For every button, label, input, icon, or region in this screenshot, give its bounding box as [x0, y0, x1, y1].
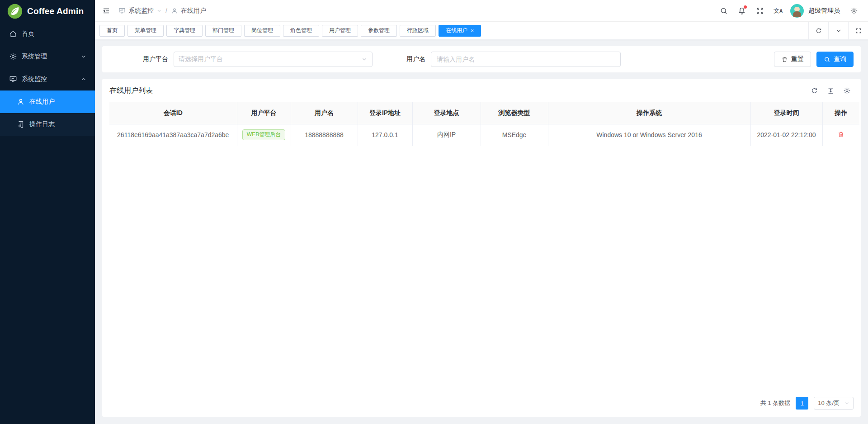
app-root: Coffee Admin 首页 系统管理 — [0, 0, 868, 424]
tab-dept-management[interactable]: 部门管理 — [205, 25, 241, 37]
brand[interactable]: Coffee Admin — [0, 0, 95, 23]
sidebar-item-label: 系统监控 — [22, 75, 47, 83]
breadcrumb-separator: / — [165, 7, 167, 14]
platform-select[interactable]: 请选择用户平台 — [174, 52, 373, 67]
username-input[interactable] — [431, 52, 621, 67]
cell-session-id: 26118e6169aa41a387aa3ca7a7d2a6be — [109, 124, 237, 146]
sidebar: Coffee Admin 首页 系统管理 — [0, 0, 95, 424]
column-header-platform: 用户平台 — [237, 102, 291, 124]
cell-os: Windows 10 or Windows Server 2016 — [548, 124, 750, 146]
breadcrumb-label: 在线用户 — [181, 7, 206, 15]
log-icon — [17, 120, 25, 129]
tab-home[interactable]: 首页 — [99, 25, 125, 37]
breadcrumb-label: 系统监控 — [128, 7, 154, 15]
settings-gear-icon[interactable] — [845, 2, 863, 19]
chevron-down-icon — [80, 53, 87, 60]
maximize-icon[interactable] — [848, 22, 868, 39]
page-size-select[interactable]: 10 条/页 — [814, 397, 854, 410]
platform-select-placeholder: 请选择用户平台 — [179, 55, 361, 63]
notification-badge — [744, 5, 747, 9]
search-icon[interactable] — [715, 2, 732, 19]
chevron-down-icon — [844, 400, 849, 406]
table-row: 26118e6169aa41a387aa3ca7a7d2a6be WEB管理后台… — [109, 124, 859, 146]
top-navbar: 系统监控 / 在线用户 — [95, 0, 868, 22]
filter-actions: 重置 查询 — [774, 52, 854, 67]
gear-icon — [9, 52, 17, 61]
cell-browser: MSEdge — [481, 124, 548, 146]
tab-user-management[interactable]: 用户管理 — [322, 25, 358, 37]
monitor-icon — [118, 7, 126, 14]
sidebar-submenu-monitor: 在线用户 操作日志 — [0, 91, 95, 136]
home-icon — [9, 30, 17, 38]
platform-label: 用户平台 — [143, 55, 168, 63]
column-header-session-id: 会话ID — [109, 102, 237, 124]
brand-name: Coffee Admin — [27, 6, 84, 16]
navbar-right: 文A 超级管理员 — [715, 2, 863, 19]
filter-username: 用户名 — [406, 52, 621, 67]
tab-close-icon[interactable]: × — [471, 28, 474, 33]
breadcrumb: 系统监控 / 在线用户 — [118, 7, 206, 15]
pagination-page-1[interactable]: 1 — [796, 397, 808, 410]
tab-admin-region[interactable]: 行政区域 — [400, 25, 436, 37]
column-header-browser: 浏览器类型 — [481, 102, 548, 124]
chevron-down-icon — [156, 8, 162, 14]
user-icon — [17, 98, 25, 106]
sidebar-item-label: 在线用户 — [29, 98, 55, 106]
filter-platform: 用户平台 请选择用户平台 — [143, 52, 373, 67]
column-settings-gear-icon[interactable] — [840, 84, 854, 97]
column-header-actions: 操作 — [822, 102, 859, 124]
tab-post-management[interactable]: 岗位管理 — [244, 25, 280, 37]
row-height-icon[interactable] — [824, 84, 837, 97]
card-header: 在线用户列表 — [109, 79, 854, 102]
table-header-row: 会话ID 用户平台 用户名 登录IP地址 登录地点 浏览器类型 操作系统 登录时… — [109, 102, 859, 124]
refresh-icon[interactable] — [807, 84, 821, 97]
delete-row-trash-icon[interactable] — [837, 131, 844, 138]
fullscreen-icon[interactable] — [751, 2, 769, 19]
refresh-icon[interactable] — [808, 22, 828, 39]
cell-actions — [822, 124, 859, 146]
column-header-ip: 登录IP地址 — [358, 102, 412, 124]
sidebar-item-online-users[interactable]: 在线用户 — [0, 91, 95, 113]
column-header-os: 操作系统 — [548, 102, 750, 124]
tab-role-management[interactable]: 角色管理 — [283, 25, 319, 37]
chevron-down-icon[interactable] — [828, 22, 848, 39]
tab-dict-management[interactable]: 字典管理 — [166, 25, 203, 37]
platform-tag: WEB管理后台 — [242, 129, 285, 140]
cell-username: 18888888888 — [291, 124, 358, 146]
tab-param-management[interactable]: 参数管理 — [361, 25, 397, 37]
pagination-total: 共 1 条数据 — [760, 399, 790, 407]
sidebar-collapse-button[interactable] — [98, 2, 115, 19]
notification-bell-icon[interactable] — [733, 2, 750, 19]
tab-menu-management[interactable]: 菜单管理 — [127, 25, 164, 37]
sidebar-item-label: 首页 — [22, 30, 34, 38]
cell-location: 内网IP — [412, 124, 481, 146]
main-column: 系统监控 / 在线用户 — [95, 0, 868, 424]
search-button[interactable]: 查询 — [816, 52, 854, 67]
breadcrumb-item-online-users: 在线用户 — [171, 7, 206, 15]
chevron-down-icon — [361, 56, 368, 62]
sidebar-item-operation-logs[interactable]: 操作日志 — [0, 113, 95, 136]
avatar[interactable] — [790, 4, 804, 18]
sidebar-item-system-monitor[interactable]: 系统监控 — [0, 68, 95, 91]
tab-online-users[interactable]: 在线用户 × — [439, 25, 481, 37]
trash-icon — [781, 56, 788, 63]
search-icon — [824, 56, 830, 63]
tab-bar-actions — [808, 22, 868, 39]
breadcrumb-item-system-monitor[interactable]: 系统监控 — [118, 7, 162, 15]
sidebar-menu: 首页 系统管理 系统监控 — [0, 23, 95, 424]
online-users-table: 会话ID 用户平台 用户名 登录IP地址 登录地点 浏览器类型 操作系统 登录时… — [109, 102, 859, 146]
filter-card: 用户平台 请选择用户平台 用户名 重置 — [102, 46, 861, 72]
page-size-value: 10 条/页 — [818, 399, 840, 407]
card-title: 在线用户列表 — [109, 86, 153, 95]
column-header-username: 用户名 — [291, 102, 358, 124]
column-header-location: 登录地点 — [412, 102, 481, 124]
tab-bar: 首页 菜单管理 字典管理 部门管理 岗位管理 角色管理 用户管理 参数管理 行政… — [95, 22, 868, 40]
translate-icon[interactable]: 文A — [769, 2, 787, 19]
reset-button[interactable]: 重置 — [774, 52, 811, 67]
cell-platform: WEB管理后台 — [237, 124, 291, 146]
user-name[interactable]: 超级管理员 — [808, 7, 840, 15]
cell-ip: 127.0.0.1 — [358, 124, 412, 146]
online-users-card: 在线用户列表 — [102, 79, 861, 417]
sidebar-item-system-management[interactable]: 系统管理 — [0, 45, 95, 68]
sidebar-item-home[interactable]: 首页 — [0, 23, 95, 45]
